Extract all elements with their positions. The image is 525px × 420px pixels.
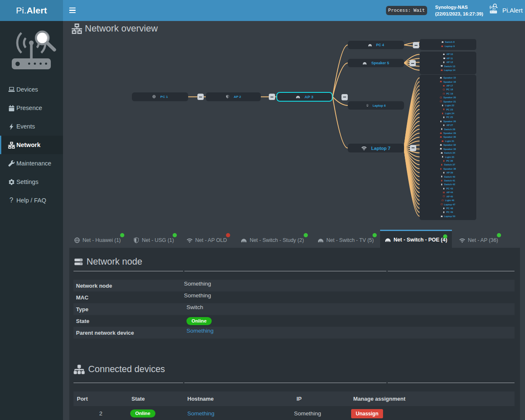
leaf-device-pc-43[interactable]: PC 43: [420, 186, 476, 190]
leaf-device-light-22[interactable]: Light 22: [420, 103, 476, 107]
bars-icon: [443, 192, 445, 194]
leaf-device-pc-36[interactable]: PC 36: [420, 159, 476, 163]
leaf-device-speaker-30[interactable]: Speaker 30: [420, 135, 476, 139]
phone-icon: [440, 168, 442, 170]
phone-icon: [443, 108, 445, 110]
leaf-device-light-31[interactable]: Light 31: [420, 139, 476, 143]
device-node-pc-1[interactable]: PC 1: [132, 92, 188, 101]
tab-label: Net - Switch - POE (4): [394, 237, 447, 243]
leaf-device-switch-8[interactable]: Switch 8: [420, 40, 476, 45]
cell-port: 2: [74, 406, 128, 420]
leaf-device-switch-42[interactable]: Switch 42: [420, 183, 476, 186]
device-node-ap-3[interactable]: AP 3: [276, 92, 333, 102]
sidebar-item-devices[interactable]: Devices: [0, 80, 63, 99]
phone-icon: [441, 105, 444, 107]
leaf-device-switch-40[interactable]: Switch 40: [420, 175, 476, 178]
sidebar-toggle-button[interactable]: [69, 8, 76, 13]
leaf-device-light-35[interactable]: Light 35: [420, 155, 476, 159]
sidebar-item-presence[interactable]: Presence: [0, 99, 63, 117]
brand-logo[interactable]: Pi.Alert: [0, 0, 63, 21]
leaf-device-ap-11[interactable]: AP 11: [420, 56, 476, 60]
collapse-button[interactable]: [341, 94, 348, 100]
leaf-device-switch-13[interactable]: Switch 13: [420, 64, 476, 68]
leaf-device-pc-23[interactable]: PC 23: [420, 108, 476, 111]
leaf-device-speaker-38[interactable]: Speaker 38: [420, 167, 476, 171]
leaf-device-switch-34[interactable]: Switch 34: [420, 151, 476, 155]
laptop-icon: [440, 148, 442, 150]
leaf-device-speaker-15[interactable]: Speaker 15: [420, 76, 476, 79]
network-node-title: Network node: [74, 257, 142, 267]
network-node-panel: Network node Network nodeSomething MACSo…: [69, 248, 520, 420]
leaf-device-ap-27[interactable]: AP 27: [420, 123, 476, 127]
collapse-button[interactable]: [410, 60, 416, 66]
leaf-device-laptop-50[interactable]: Laptop 50: [420, 214, 476, 218]
leaf-device-speaker-16[interactable]: Speaker 16: [420, 80, 476, 84]
box-icon: [441, 200, 444, 202]
parent-device-link[interactable]: Something: [186, 328, 214, 334]
tab-net-switch-poe-4[interactable]: Net - Switch - POE (4): [380, 230, 452, 249]
leaf-device-light-24[interactable]: Light 24: [420, 111, 476, 115]
collapse-button[interactable]: [197, 94, 204, 100]
collapse-button[interactable]: [269, 94, 275, 100]
dome-icon: [241, 237, 247, 243]
laptop-icon: [440, 77, 442, 79]
leaf-device-laptop-14[interactable]: Laptop 14: [420, 68, 476, 72]
sidebar-item-help-faq[interactable]: ?Help / FAQ: [0, 191, 63, 210]
leaf-device-pc-19[interactable]: PC 19: [420, 92, 476, 95]
device-node-speaker-5[interactable]: Speaker 5: [348, 59, 404, 67]
leaf-device-ap-39[interactable]: AP 39: [420, 171, 476, 174]
sidebar: DevicesPresenceEventsNetworkMaintenanceS…: [0, 21, 63, 420]
tab-net-ap-36[interactable]: Net - AP (36): [454, 234, 503, 247]
leaf-device-ap-10[interactable]: AP 10: [420, 52, 476, 56]
tab-net-switch-tv-5[interactable]: Net - Switch - TV (5): [313, 234, 378, 247]
leaf-device-ap-44[interactable]: AP 44: [420, 191, 476, 194]
leaf-device-speaker-32[interactable]: Speaker 32: [420, 143, 476, 147]
sidebar-item-label: Presence: [16, 105, 42, 111]
brand-text: Pi.Alert: [16, 5, 47, 16]
divider: [184, 383, 386, 383]
leaf-device-speaker-21[interactable]: Speaker 21: [420, 100, 476, 103]
unassign-button[interactable]: Unassign: [351, 409, 383, 418]
leaf-device-speaker-26[interactable]: Speaker 26: [420, 119, 476, 123]
divider: [388, 271, 514, 271]
cell-hostname-link[interactable]: Something: [187, 406, 215, 420]
leaf-device-speaker-29[interactable]: Speaker 29: [420, 131, 476, 135]
main-content: Network overview PC 1 AP 2 AP 3 PC 4 Spe…: [63, 21, 525, 420]
leaf-device-pc-49[interactable]: PC 49: [420, 210, 476, 214]
collapse-button[interactable]: [410, 145, 416, 151]
device-node-ap-2[interactable]: AP 2: [206, 92, 261, 101]
network-topology-diagram[interactable]: PC 1 AP 2 AP 3 PC 4 Speaker 5 Laptop 6 L…: [63, 21, 525, 231]
leaf-device-light-46[interactable]: Light 46: [420, 198, 476, 202]
sidebar-item-events[interactable]: Events: [0, 117, 63, 136]
leaf-device-ap-17[interactable]: AP 17: [420, 84, 476, 87]
cell-action: Unassign: [351, 406, 383, 420]
leaf-device-pc-25[interactable]: PC 25: [420, 116, 476, 119]
leaf-device-laptop-9[interactable]: Laptop 9: [420, 44, 476, 48]
leaf-device-switch-37[interactable]: Switch 37: [420, 163, 476, 167]
device-node-pc-4[interactable]: PC 4: [348, 41, 404, 49]
sidebar-item-network[interactable]: Network: [0, 136, 63, 154]
tab-net-huawei-1[interactable]: Net - Huawei (1): [68, 234, 126, 247]
collapse-button[interactable]: [413, 42, 419, 48]
tab-net-switch-study-2[interactable]: Net - Switch - Study (2): [235, 234, 310, 247]
field-value: Something: [184, 281, 211, 287]
leaf-device-laptop-47[interactable]: Laptop 47: [420, 202, 476, 206]
leaf-device-speaker-33[interactable]: Speaker 33: [420, 147, 476, 151]
leaf-device-ap-45[interactable]: AP 45: [420, 194, 476, 198]
laptop-icon: [440, 144, 442, 146]
leaf-device-switch-28[interactable]: Switch 28: [420, 127, 476, 131]
sidebar-item-maintenance[interactable]: Maintenance: [0, 154, 63, 173]
phone-icon: [443, 188, 445, 190]
leaf-device-ap-12[interactable]: AP 12: [420, 60, 476, 64]
leaf-device-speaker-20[interactable]: Speaker 20: [420, 96, 476, 100]
leaf-device-pc-18[interactable]: PC 18: [420, 88, 476, 92]
phone-icon: [443, 116, 445, 118]
leaf-device-switch-41[interactable]: Switch 41: [420, 178, 476, 182]
device-node-laptop-6[interactable]: Laptop 6: [348, 101, 404, 110]
sidebar-item-settings[interactable]: Settings: [0, 173, 63, 191]
column-header-manage-assignment: Manage assignment: [353, 391, 405, 406]
tab-net-usg-1[interactable]: Net - USG (1): [129, 234, 178, 247]
device-node-laptop-7[interactable]: Laptop 7: [348, 144, 404, 152]
tab-net-ap-old[interactable]: Net - AP OLD: [181, 234, 232, 247]
leaf-device-pc-48[interactable]: PC 48: [420, 206, 476, 210]
